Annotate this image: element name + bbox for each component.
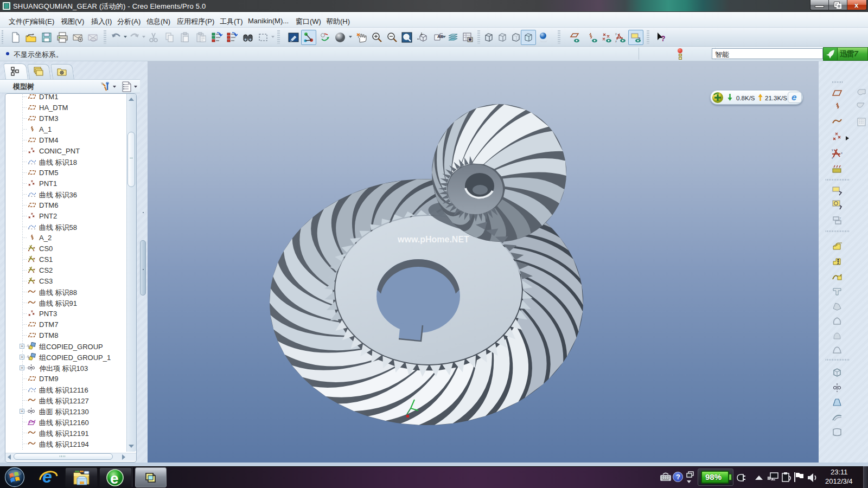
svg-text:e: e (42, 467, 52, 486)
svg-text:x: x (841, 151, 843, 155)
svg-text:7: 7 (839, 216, 841, 221)
svg-text:e: e (110, 470, 119, 487)
svg-text:y: y (832, 148, 833, 151)
svg-text:z: z (832, 156, 833, 159)
svg-text:z: z (615, 40, 617, 43)
svg-text:?: ? (661, 34, 666, 43)
svg-text:y: y (615, 32, 617, 35)
svg-text:www.pHome.NET: www.pHome.NET (397, 235, 469, 244)
